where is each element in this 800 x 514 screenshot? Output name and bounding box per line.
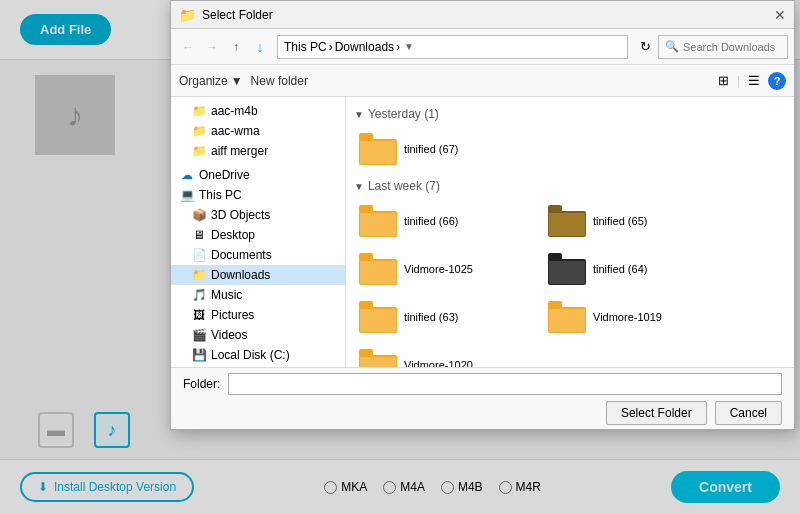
file-thumb: [358, 345, 398, 367]
file-thumb: [547, 249, 587, 289]
this-pc-crumb: This PC: [284, 40, 327, 54]
folder-tree: 📁 aac-m4b 📁 aac-wma 📁 aiff merger ☁ OneD…: [171, 97, 346, 367]
list-item[interactable]: tinified (67): [354, 127, 539, 171]
folder-icon: 📁: [191, 123, 207, 139]
folder-icon: 📁: [191, 143, 207, 159]
tree-item-aac-m4b[interactable]: 📁 aac-m4b: [171, 101, 345, 121]
file-name: tinified (67): [404, 142, 535, 156]
organize-button[interactable]: Organize ▼: [179, 74, 243, 88]
dialog-titlebar: 📁 Select Folder ✕: [171, 1, 794, 29]
tree-item-documents[interactable]: 📄 Documents: [171, 245, 345, 265]
svg-rect-23: [360, 357, 396, 367]
list-item[interactable]: Vidmore-1020: [354, 343, 539, 367]
folder-svg: [359, 133, 397, 165]
list-item[interactable]: Vidmore-1019: [543, 295, 728, 339]
file-thumb: [358, 297, 398, 337]
tree-item-pictures[interactable]: 🖼 Pictures: [171, 305, 345, 325]
view-details-button[interactable]: ☰: [748, 73, 760, 88]
file-thumb: [547, 297, 587, 337]
refresh-button[interactable]: ↻: [634, 36, 656, 58]
dialog-footer: Folder: Select Folder Cancel: [171, 367, 794, 429]
svg-rect-10: [359, 253, 373, 261]
desktop-icon: 🖥: [191, 227, 207, 243]
file-name: tinified (63): [404, 310, 535, 324]
list-item[interactable]: tinified (66): [354, 199, 539, 243]
search-icon: 🔍: [665, 40, 679, 53]
back-button[interactable]: ←: [177, 36, 199, 58]
file-grid-lastweek: tinified (66) tinified (65): [354, 199, 786, 367]
nav-toolbar: ← → ↑ ↓ This PC › Downloads › ▼ ↻ 🔍: [171, 29, 794, 65]
videos-icon: 🎬: [191, 327, 207, 343]
svg-rect-4: [359, 205, 373, 213]
file-browser: ▼ Yesterday (1) tinified (67): [346, 97, 794, 367]
dialog-title-text: Select Folder: [202, 8, 273, 22]
svg-rect-14: [549, 261, 585, 284]
3d-objects-icon: 📦: [191, 207, 207, 223]
list-item[interactable]: Vidmore-1025: [354, 247, 539, 291]
section-lastweek-label: Last week (7): [368, 179, 440, 193]
address-dropdown-button[interactable]: ▼: [404, 41, 414, 52]
list-item[interactable]: tinified (65): [543, 199, 728, 243]
search-input[interactable]: [683, 41, 781, 53]
tree-item-aac-wma[interactable]: 📁 aac-wma: [171, 121, 345, 141]
folder-input-row: Folder:: [171, 367, 794, 401]
file-name: Vidmore-1020: [404, 358, 535, 367]
svg-rect-17: [360, 309, 396, 332]
file-thumb: [358, 129, 398, 169]
tree-item-desktop[interactable]: 🖥 Desktop: [171, 225, 345, 245]
search-box: 🔍: [658, 35, 788, 59]
documents-icon: 📄: [191, 247, 207, 263]
organize-chevron: ▼: [231, 74, 243, 88]
dialog-title-area: 📁 Select Folder: [179, 7, 273, 23]
svg-rect-8: [549, 213, 585, 236]
file-thumb: [358, 201, 398, 241]
dialog-body: 📁 aac-m4b 📁 aac-wma 📁 aiff merger ☁ OneD…: [171, 97, 794, 367]
list-item[interactable]: tinified (63): [354, 295, 539, 339]
tree-item-aiff-merger[interactable]: 📁 aiff merger: [171, 141, 345, 161]
tree-item-downloads[interactable]: 📁 Downloads: [171, 265, 345, 285]
list-item[interactable]: tinified (64): [543, 247, 728, 291]
down-arrow-button[interactable]: ↓: [249, 36, 271, 58]
tree-item-onedrive[interactable]: ☁ OneDrive: [171, 165, 345, 185]
forward-button[interactable]: →: [201, 36, 223, 58]
folder-svg: [359, 205, 397, 237]
view-divider: |: [737, 74, 740, 88]
tree-item-this-pc[interactable]: 💻 This PC: [171, 185, 345, 205]
folder-svg: [359, 253, 397, 285]
tree-item-music[interactable]: 🎵 Music: [171, 285, 345, 305]
folder-icon: 📁: [191, 103, 207, 119]
section-yesterday[interactable]: ▼ Yesterday (1): [354, 107, 786, 121]
tree-item-3d-objects[interactable]: 📦 3D Objects: [171, 205, 345, 225]
help-button[interactable]: ?: [768, 72, 786, 90]
section-lastweek[interactable]: ▼ Last week (7): [354, 179, 786, 193]
select-folder-button[interactable]: Select Folder: [606, 401, 707, 425]
svg-rect-11: [360, 261, 396, 284]
folder-svg: [359, 349, 397, 367]
tree-item-local-disk[interactable]: 💾 Local Disk (C:): [171, 345, 345, 365]
svg-rect-20: [549, 309, 585, 332]
view-button[interactable]: ⊞: [718, 73, 729, 88]
downloads-icon: 📁: [191, 267, 207, 283]
section-yesterday-label: Yesterday (1): [368, 107, 439, 121]
file-grid-yesterday: tinified (67): [354, 127, 786, 171]
svg-rect-16: [359, 301, 373, 309]
folder-path-input[interactable]: [228, 373, 782, 395]
up-button[interactable]: ↑: [225, 36, 247, 58]
svg-rect-1: [359, 133, 373, 141]
svg-rect-13: [548, 253, 562, 261]
chevron-down-icon: ▼: [354, 109, 364, 120]
new-folder-button[interactable]: New folder: [251, 74, 308, 88]
chevron-down-icon: ▼: [354, 181, 364, 192]
dialog-buttons: Select Folder Cancel: [171, 401, 794, 431]
file-name: Vidmore-1019: [593, 310, 724, 324]
cancel-button[interactable]: Cancel: [715, 401, 782, 425]
downloads-crumb: Downloads: [335, 40, 394, 54]
pictures-icon: 🖼: [191, 307, 207, 323]
onedrive-icon: ☁: [179, 167, 195, 183]
folder-icon: 📁: [179, 7, 196, 23]
file-name: tinified (64): [593, 262, 724, 276]
folder-svg: [548, 205, 586, 237]
tree-item-videos[interactable]: 🎬 Videos: [171, 325, 345, 345]
dialog-close-button[interactable]: ✕: [774, 8, 786, 22]
svg-rect-22: [359, 349, 373, 357]
